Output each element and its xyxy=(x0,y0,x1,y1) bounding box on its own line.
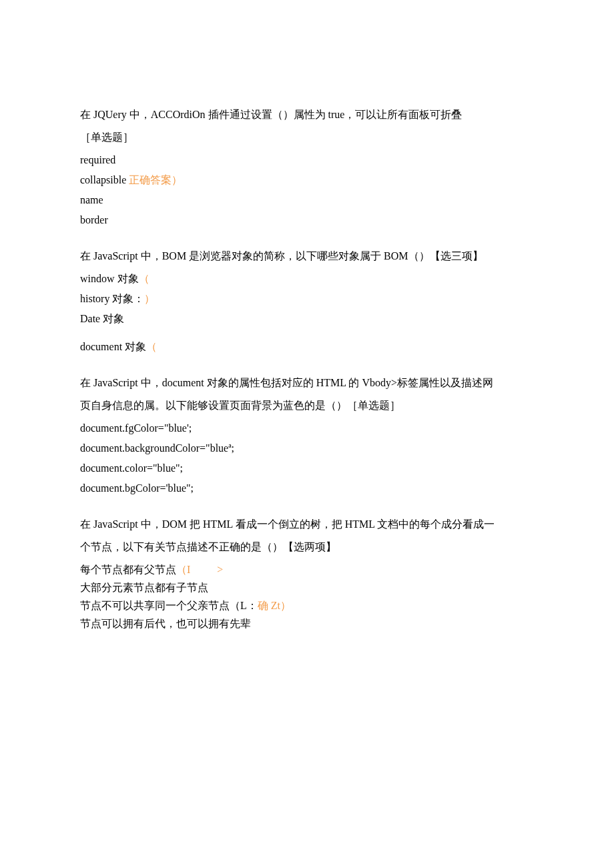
q3-stem-line2: 页自身信息的属。以下能够设置页面背景为蓝色的是（）［单选题］ xyxy=(80,398,534,414)
q1-option-c: name xyxy=(80,192,534,208)
q2-option-d-mark: （ xyxy=(146,341,157,352)
q4-option-a-mark1: （I xyxy=(176,564,190,575)
q3-option-a: document.fgColor="blue'; xyxy=(80,420,534,436)
q2-option-a-text: window 对象 xyxy=(80,273,139,284)
q4-option-a-text: 每个节点都有父节点 xyxy=(80,564,176,575)
q1-option-a: required xyxy=(80,152,534,168)
q2-option-a-mark: （ xyxy=(139,273,149,284)
q2-option-a: window 对象（ xyxy=(80,271,534,287)
question-1: 在 JQUery 中，ACCOrdiOn 插件通过设置（）属性为 true，可以… xyxy=(80,107,534,228)
q2-option-d-text: document 对象 xyxy=(80,341,146,352)
q4-option-c: 节点不可以共享同一个父亲节点（L：确 Zt） xyxy=(80,598,534,614)
q4-option-a: 每个节点都有父节点（I> xyxy=(80,562,534,578)
q3-stem-line1: 在 JavaScript 中，document 对象的属性包括对应的 HTML … xyxy=(80,375,534,391)
q1-stem-line2: ［单选题］ xyxy=(80,129,534,145)
q4-option-d: 节点可以拥有后代，也可以拥有先辈 xyxy=(80,616,534,632)
q2-option-c: Date 对象 xyxy=(80,311,534,327)
document-page: 在 JQUery 中，ACCOrdiOn 插件通过设置（）属性为 true，可以… xyxy=(0,0,614,719)
question-4: 在 JavaScript 中，DOM 把 HTML 看成一个倒立的树，把 HTM… xyxy=(80,516,534,632)
q4-option-a-mark2: > xyxy=(217,564,223,575)
q1-option-b-answer: 正确答案） xyxy=(129,174,182,185)
q1-option-b: collapsible 正确答案） xyxy=(80,172,534,188)
q4-option-b: 大部分元素节点都有子节点 xyxy=(80,580,534,596)
q4-option-c-text: 节点不可以共享同一个父亲节点（L： xyxy=(80,600,258,611)
q4-stem-line2: 个节点，以下有关节点描述不正确的是（）【选两项】 xyxy=(80,539,534,555)
question-2: 在 JavaScript 中，BOM 是浏览器对象的简称，以下哪些对象属于 BO… xyxy=(80,248,534,355)
q1-option-b-text: collapsible xyxy=(80,174,129,185)
q2-option-b-text: history 对象： xyxy=(80,293,144,304)
q4-option-c-mark: 确 Zt） xyxy=(258,600,291,611)
q3-option-c: document.color="blue"; xyxy=(80,460,534,476)
q1-stem-line1: 在 JQUery 中，ACCOrdiOn 插件通过设置（）属性为 true，可以… xyxy=(80,107,534,123)
q4-stem-line1: 在 JavaScript 中，DOM 把 HTML 看成一个倒立的树，把 HTM… xyxy=(80,516,534,532)
q2-option-d: document 对象（ xyxy=(80,339,534,355)
q3-option-b: document.backgroundColor="blueª; xyxy=(80,440,534,456)
q1-option-d: border xyxy=(80,212,534,228)
question-3: 在 JavaScript 中，document 对象的属性包括对应的 HTML … xyxy=(80,375,534,496)
q2-option-b-mark: ） xyxy=(144,293,155,304)
q2-stem: 在 JavaScript 中，BOM 是浏览器对象的简称，以下哪些对象属于 BO… xyxy=(80,248,534,264)
q2-option-b: history 对象：） xyxy=(80,291,534,307)
q3-option-d: document.bgColor='blue"; xyxy=(80,480,534,496)
